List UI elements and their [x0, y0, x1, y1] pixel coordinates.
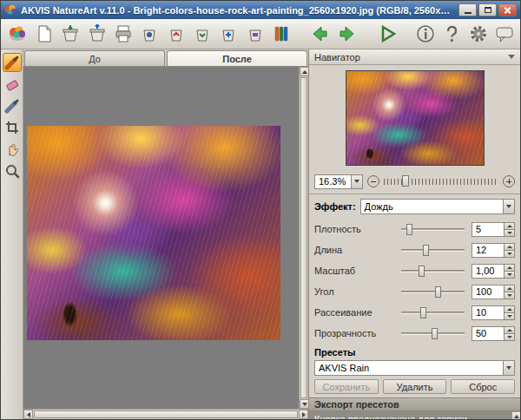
- arrow-up-icon: [507, 287, 512, 290]
- slider-handle[interactable]: [435, 286, 441, 298]
- tab-before[interactable]: До: [24, 50, 165, 66]
- undo-button[interactable]: [308, 23, 331, 46]
- share-button[interactable]: [166, 23, 187, 46]
- scatter-spinbox[interactable]: 10: [472, 305, 515, 320]
- slider-handle[interactable]: [423, 245, 429, 256]
- import-presets-button[interactable]: [192, 23, 213, 46]
- spin-down-button[interactable]: [504, 313, 515, 320]
- effect-dropdown-button[interactable]: [503, 199, 515, 214]
- scroll-left-button[interactable]: [23, 410, 33, 419]
- spin-down-button[interactable]: [504, 230, 515, 237]
- angle-spinbox[interactable]: 100: [472, 285, 515, 299]
- color-pencils-icon: [272, 24, 291, 43]
- effect-brush-tool[interactable]: [3, 53, 22, 72]
- print-button[interactable]: [113, 23, 134, 46]
- spin-up-button[interactable]: [504, 222, 515, 230]
- vertical-scrollbar[interactable]: [299, 67, 308, 409]
- content-area: До После Навигатор: [1, 49, 520, 419]
- crop-tool[interactable]: [3, 118, 22, 137]
- opacity-slider[interactable]: [401, 327, 465, 340]
- zoom-out-button[interactable]: [367, 175, 379, 187]
- param-value[interactable]: 100: [472, 285, 504, 299]
- export-presets-button[interactable]: [218, 23, 239, 46]
- zoom-slider-handle[interactable]: [402, 175, 409, 187]
- slider-handle[interactable]: [406, 224, 412, 235]
- preferences-button[interactable]: [467, 23, 488, 46]
- batch-button[interactable]: [245, 23, 266, 46]
- scroll-up-button[interactable]: [511, 411, 521, 420]
- zoom-slider[interactable]: [384, 177, 498, 186]
- delete-preset-button[interactable]: Удалить: [383, 379, 447, 394]
- vscroll-thumb[interactable]: [300, 77, 307, 398]
- navigator-thumbnail[interactable]: [346, 70, 485, 166]
- spin-up-button[interactable]: [504, 285, 515, 292]
- navigator-header[interactable]: Навигатор: [309, 49, 520, 65]
- spin-up-button[interactable]: [504, 305, 515, 313]
- tab-after[interactable]: После: [167, 50, 307, 66]
- redo-button[interactable]: [336, 23, 359, 46]
- length-spinbox[interactable]: 12: [472, 243, 515, 258]
- spin-down-button[interactable]: [504, 272, 515, 279]
- info-button[interactable]: [415, 23, 436, 46]
- minimize-button[interactable]: [458, 3, 477, 16]
- close-button[interactable]: [498, 3, 517, 16]
- hscroll-thumb[interactable]: [34, 410, 298, 418]
- spin-up-button[interactable]: [504, 326, 515, 334]
- help-button[interactable]: [441, 23, 462, 46]
- new-button[interactable]: [34, 23, 55, 46]
- feedback-button[interactable]: [494, 23, 515, 46]
- effect-select[interactable]: Дождь: [360, 199, 515, 214]
- canvas[interactable]: [23, 67, 299, 409]
- publish-button[interactable]: [139, 23, 160, 46]
- titlebar[interactable]: AKVIS NatureArt v.11.0 - Bright-colors-h…: [1, 1, 520, 19]
- length-slider[interactable]: [401, 244, 465, 257]
- reset-preset-button[interactable]: Сброс: [451, 379, 515, 394]
- preset-select[interactable]: AKVIS Rain: [314, 360, 515, 376]
- akvis-logo-button[interactable]: [6, 23, 29, 46]
- maximize-button[interactable]: [478, 3, 497, 16]
- param-value[interactable]: 1,00: [472, 264, 504, 279]
- hand-tool[interactable]: [3, 140, 22, 159]
- zoom-combo[interactable]: 16.3%: [314, 174, 363, 189]
- spin-down-button[interactable]: [504, 334, 515, 341]
- zoom-in-button[interactable]: [503, 175, 515, 187]
- preview-image[interactable]: [27, 126, 280, 340]
- save-preset-button[interactable]: Сохранить: [314, 379, 379, 394]
- param-value[interactable]: 12: [472, 243, 504, 258]
- export-presets-header[interactable]: Экспорт пресетов: [309, 397, 520, 411]
- scatter-slider[interactable]: [401, 306, 465, 319]
- palette-button[interactable]: [271, 23, 292, 46]
- crop-icon: [4, 120, 20, 135]
- slider-handle[interactable]: [432, 328, 438, 339]
- spin-down-button[interactable]: [504, 251, 515, 258]
- eraser-tool[interactable]: [3, 75, 22, 94]
- zoom-value[interactable]: 16.3%: [314, 174, 351, 189]
- opacity-spinbox[interactable]: 50: [472, 326, 515, 341]
- run-button[interactable]: [376, 23, 399, 46]
- collapse-triangle-icon[interactable]: [508, 55, 515, 59]
- hint-scrollbar[interactable]: [511, 411, 520, 419]
- scroll-right-button[interactable]: [299, 410, 308, 419]
- preset-dropdown-button[interactable]: [503, 360, 515, 376]
- param-value[interactable]: 10: [472, 305, 504, 320]
- slider-handle[interactable]: [419, 266, 425, 277]
- preset-value[interactable]: AKVIS Rain: [314, 360, 503, 376]
- density-spinbox[interactable]: 5: [472, 222, 515, 237]
- spin-up-button[interactable]: [504, 264, 515, 272]
- spin-up-button[interactable]: [504, 243, 515, 251]
- scale-spinbox[interactable]: 1,00: [472, 264, 515, 279]
- zoom-tool[interactable]: [3, 161, 22, 180]
- open-button[interactable]: [60, 23, 81, 46]
- zoom-dropdown-button[interactable]: [351, 174, 363, 189]
- slider-handle[interactable]: [420, 307, 426, 318]
- scale-slider[interactable]: [401, 265, 465, 278]
- save-button[interactable]: [87, 23, 108, 46]
- history-brush-tool[interactable]: [3, 96, 22, 115]
- effect-value[interactable]: Дождь: [360, 199, 503, 214]
- param-value[interactable]: 5: [472, 222, 504, 237]
- param-value[interactable]: 50: [472, 326, 504, 341]
- angle-slider[interactable]: [401, 285, 465, 299]
- horizontal-scrollbar[interactable]: [23, 409, 308, 419]
- density-slider[interactable]: [401, 223, 465, 236]
- spin-down-button[interactable]: [504, 292, 515, 299]
